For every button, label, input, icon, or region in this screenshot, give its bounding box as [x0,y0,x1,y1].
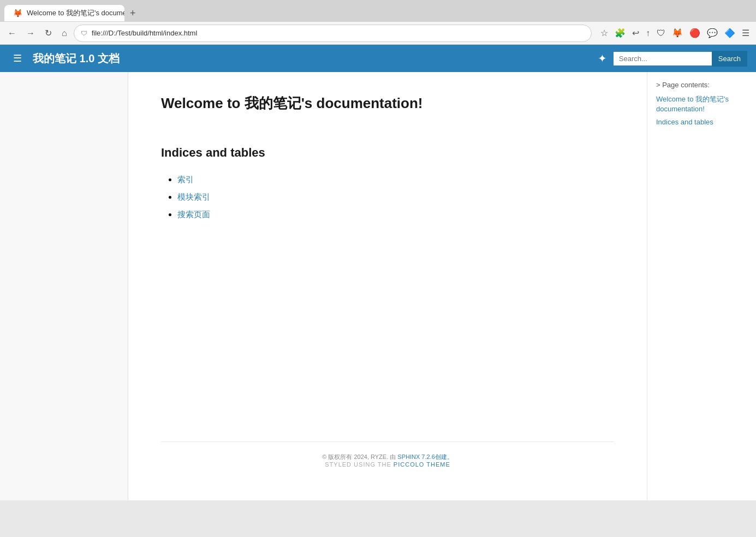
search-button[interactable]: Search [712,51,747,67]
list-item: 模块索引 [177,188,614,206]
list-item: 索引 [177,171,614,188]
forward-button[interactable]: → [23,26,38,40]
browser-window: 🦊 Welcome to 我的笔记's documen… × + ← → ↻ ⌂… [0,0,756,537]
home-button[interactable]: ⌂ [58,26,70,40]
addon-icon1[interactable]: 🛡 [654,27,668,39]
theme-toggle-button[interactable]: ✦ [596,50,609,67]
footer-line1: © 版权所有 2024, RYZE. 由 SPHINX 7.2.6创建。 [172,453,603,461]
bookmark-icon[interactable]: ☆ [598,27,610,39]
toc-link-welcome[interactable]: Welcome to 我的笔记's documentation! [656,94,747,114]
tab-bar: 🦊 Welcome to 我的笔记's documen… × + [0,0,756,22]
sidebar-toggle-button[interactable]: ☰ [9,50,26,67]
nav-bar: ← → ↻ ⌂ 🛡 file:///D:/Test/build/html/ind… [0,22,756,45]
url-security-icon: 🛡 [81,29,87,37]
search-page-link[interactable]: 搜索页面 [177,210,210,219]
footer-prefix: © 版权所有 2024, RYZE. 由 [322,454,397,460]
page-main-title: Welcome to 我的笔记's documentation! [161,94,614,113]
share-icon[interactable]: ↑ [644,27,652,39]
app-title: 我的笔记 1.0 文档 [33,51,596,66]
module-index-link[interactable]: 模块索引 [177,192,210,201]
footer-styled-text: STYLED USING THE [325,461,391,468]
right-sidebar: > Page contents: Welcome to 我的笔记's docum… [647,72,756,500]
app-wrapper: ☰ 我的笔记 1.0 文档 ✦ Search Welcome to 我的笔记's… [0,45,756,500]
addon-icon4[interactable]: 💬 [705,27,720,39]
main-content: Welcome to 我的笔记's documentation! Indices… [128,72,647,500]
addon-icon5[interactable]: 🔷 [722,27,737,39]
addon-icon2[interactable]: 🦊 [670,27,685,39]
addon-icon3[interactable]: 🔴 [687,27,703,39]
list-item: 搜索页面 [177,206,614,223]
section-heading: Indices and tables [161,146,614,160]
footer: © 版权所有 2024, RYZE. 由 SPHINX 7.2.6创建。 STY… [161,441,614,479]
index-link[interactable]: 索引 [177,175,194,184]
page-body: Welcome to 我的笔记's documentation! Indices… [0,72,756,500]
url-text: file:///D:/Test/build/html/index.html [92,29,585,37]
back-icon2[interactable]: ↩ [630,27,641,39]
piccolo-theme-link[interactable]: PICCOLO THEME [394,461,450,468]
new-tab-button[interactable]: + [124,5,141,21]
hamburger-icon: ☰ [13,53,22,64]
browser-toolbar-icons: ☆ 🧩 ↩ ↑ 🛡 🦊 🔴 💬 🔷 ☰ [598,27,752,39]
theme-icon: ✦ [598,52,607,64]
search-input[interactable] [614,52,712,65]
search-area: Search [614,51,747,67]
toc-link-indices[interactable]: Indices and tables [656,117,747,127]
footer-content: © 版权所有 2024, RYZE. 由 SPHINX 7.2.6创建。 STY… [161,441,614,479]
extensions-icon[interactable]: 🧩 [612,27,628,39]
footer-line2: STYLED USING THE PICCOLO THEME [172,461,603,468]
sphinx-link[interactable]: SPHINX 7.2.6创建。 [397,454,453,460]
tab-title: Welcome to 我的笔记's documen… [27,8,124,18]
left-sidebar [0,72,128,500]
browser-tab[interactable]: 🦊 Welcome to 我的笔记's documen… × [4,5,124,21]
indices-list: 索引 模块索引 搜索页面 [161,171,614,223]
app-header: ☰ 我的笔记 1.0 文档 ✦ Search [0,45,756,72]
back-button[interactable]: ← [4,26,20,40]
firefox-icon: 🦊 [13,9,22,17]
reload-button[interactable]: ↻ [41,26,55,40]
url-bar[interactable]: 🛡 file:///D:/Test/build/html/index.html [74,25,592,42]
menu-button[interactable]: ☰ [740,27,752,39]
page-contents-label: > Page contents: [656,81,747,89]
